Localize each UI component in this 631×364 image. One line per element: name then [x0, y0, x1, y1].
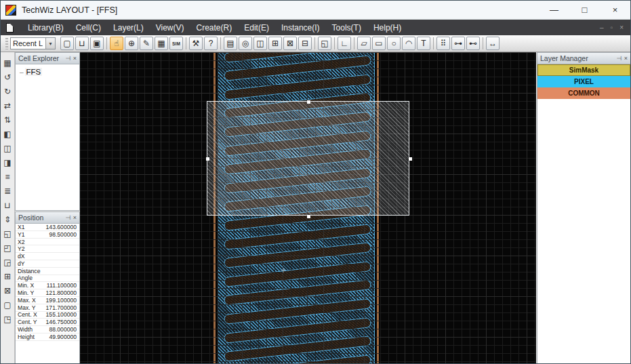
instance-library-icon[interactable]: ▦ — [2, 57, 14, 68]
tree-expander-icon[interactable]: – — [20, 68, 24, 76]
node-edit-tool-icon[interactable]: ✎ — [140, 37, 153, 50]
selection-handle[interactable] — [409, 157, 412, 161]
position-row: Y198.500000 — [16, 231, 79, 239]
cell-delete-icon[interactable]: ⊟ — [298, 37, 312, 50]
layer-manager-panel: Layer Manager ⊤ × SimMask PIXEL COMMON — [537, 52, 631, 364]
selection-handle[interactable] — [307, 215, 310, 218]
menu-library[interactable]: Library(B) — [22, 21, 70, 35]
distribute-horizontal-icon[interactable]: ≡ — [2, 171, 14, 182]
toolbar-separator — [186, 37, 186, 49]
sim-mode-icon[interactable]: SIM — [169, 37, 183, 50]
order-icon[interactable]: ⇕ — [2, 214, 14, 225]
duplicate-icon[interactable]: ◳ — [2, 313, 14, 325]
position-row: X2 — [16, 239, 79, 246]
path-tool-icon[interactable]: ∟ — [338, 37, 351, 50]
mdi-minimize-button[interactable]: – — [600, 24, 604, 31]
outline-icon[interactable]: ▢ — [2, 299, 14, 310]
close-button[interactable]: × — [600, 1, 630, 19]
menu-edit[interactable]: Edit(E) — [238, 21, 275, 35]
chevron-down-icon[interactable]: ▾ — [45, 38, 55, 49]
layout-canvas[interactable]: + — [80, 52, 536, 364]
menu-tools[interactable]: Tools(T) — [326, 21, 367, 35]
help-assistant-icon[interactable]: ? — [204, 37, 218, 50]
cell-tree-item-ffs[interactable]: FFS — [25, 68, 43, 76]
port-label-tool-icon[interactable]: ⊷ — [466, 37, 480, 50]
position-row-value: 199.100000 — [44, 297, 79, 304]
cell-new-icon[interactable]: ▤ — [224, 37, 237, 50]
align-right-icon[interactable]: ◨ — [2, 157, 14, 168]
align-center-icon[interactable]: ◫ — [2, 142, 14, 154]
selection-handle[interactable] — [307, 100, 310, 104]
open-file-icon[interactable]: ⊔ — [75, 37, 89, 50]
layer-item-common[interactable]: COMMON — [537, 87, 630, 99]
cell-copy-icon[interactable]: ◱ — [318, 37, 331, 50]
new-file-icon[interactable]: ▢ — [60, 37, 74, 50]
layer-manager-header: Layer Manager ⊤ × — [537, 53, 630, 64]
maximize-button[interactable]: □ — [569, 1, 600, 19]
selection-handle[interactable] — [206, 157, 209, 161]
position-panel-title: Position — [18, 214, 62, 222]
mdi-restore-button[interactable]: ▫ — [611, 24, 613, 31]
array-tool-icon[interactable]: ⠿ — [436, 37, 450, 50]
pin-icon[interactable]: ⊤ — [64, 56, 71, 61]
position-row-label: Height — [16, 333, 44, 340]
arc-tool-icon[interactable]: ◠ — [402, 37, 415, 50]
menu-help[interactable]: Help(H) — [367, 21, 407, 35]
polygon-tool-icon[interactable]: ▱ — [357, 37, 371, 50]
close-icon[interactable]: × — [73, 55, 77, 62]
boolean-subtract-icon[interactable]: ◰ — [2, 242, 14, 254]
window-title: TechWiz LAYOUT - [FFS] — [22, 5, 117, 15]
measure-tool-icon[interactable]: ↔ — [486, 37, 500, 50]
rotate-ccw-icon[interactable]: ↺ — [2, 71, 14, 83]
pin-icon[interactable]: ⊤ — [615, 56, 622, 61]
flip-vertical-icon[interactable]: ⇅ — [2, 114, 14, 125]
rectangle-tool-icon[interactable]: ▭ — [372, 37, 386, 50]
minimize-button[interactable]: — — [539, 1, 569, 19]
cell-search-icon[interactable]: ◎ — [239, 37, 252, 50]
position-panel-header: Position ⊤ × — [16, 212, 79, 224]
menu-create[interactable]: Create(R) — [190, 21, 239, 35]
menu-cell[interactable]: Cell(C) — [70, 21, 107, 35]
menu-instance[interactable]: Instance(I) — [275, 21, 326, 35]
layer-item-pixel[interactable]: PIXEL — [537, 76, 630, 87]
grid-options-icon[interactable]: ▦ — [155, 37, 168, 50]
layer-item-simmask[interactable]: SimMask — [537, 64, 630, 76]
spacing-icon[interactable]: ⊔ — [2, 199, 14, 211]
position-row-label: Cent. X — [16, 311, 44, 318]
tools-settings-icon[interactable]: ⚒ — [189, 37, 203, 50]
cell-instance-icon[interactable]: ⊠ — [283, 37, 297, 50]
boolean-union-icon[interactable]: ◱ — [2, 228, 14, 239]
distribute-vertical-icon[interactable]: ≣ — [2, 185, 14, 197]
position-row-label: dX — [16, 253, 44, 260]
text-tool-icon[interactable]: T — [417, 37, 430, 50]
move-tool-icon[interactable]: ⊕ — [125, 37, 138, 50]
close-icon[interactable]: × — [73, 214, 77, 221]
mdi-close-button[interactable]: × — [619, 24, 624, 31]
pin-icon[interactable]: ⊤ — [64, 215, 71, 220]
clip-icon[interactable]: ⊠ — [2, 285, 14, 296]
save-file-icon[interactable]: ▣ — [90, 37, 104, 50]
port-tool-icon[interactable]: ⊶ — [451, 37, 465, 50]
align-left-icon[interactable]: ◧ — [2, 128, 14, 140]
circle-tool-icon[interactable]: ○ — [387, 37, 401, 50]
close-icon[interactable]: × — [624, 55, 628, 62]
position-row: Height49.900000 — [16, 333, 79, 341]
boolean-intersect-icon[interactable]: ◲ — [2, 256, 14, 268]
cell-save-icon[interactable]: ◫ — [253, 37, 267, 50]
position-row-label: X2 — [16, 239, 44, 245]
menu-view[interactable]: View(V) — [150, 21, 190, 35]
position-row-label: X1 — [16, 224, 44, 230]
cell-explorer-panel: Cell Explorer ⊤ × –FFS — [15, 52, 80, 211]
recent-layout-combo[interactable]: Recent L ▾ — [10, 37, 56, 49]
merge-icon[interactable]: ⊞ — [2, 270, 14, 282]
pan-tool-icon[interactable]: ☝ — [110, 37, 123, 50]
layer-manager-title: Layer Manager — [540, 54, 613, 62]
position-row-value: 121.800000 — [44, 289, 79, 296]
menu-layer[interactable]: Layer(L) — [107, 21, 150, 35]
position-row: dX — [16, 253, 79, 260]
selection-rect[interactable] — [207, 101, 409, 216]
flip-horizontal-icon[interactable]: ⇄ — [2, 100, 14, 111]
cell-import-icon[interactable]: ⊞ — [268, 37, 282, 50]
main-toolbar: Recent L ▾ ▢⊔▣☝⊕✎▦SIM⚒?▤◎◫⊞⊠⊟◱∟▱▭○◠T⠿⊶⊷↔ — [1, 35, 630, 52]
rotate-cw-icon[interactable]: ↻ — [2, 85, 14, 97]
